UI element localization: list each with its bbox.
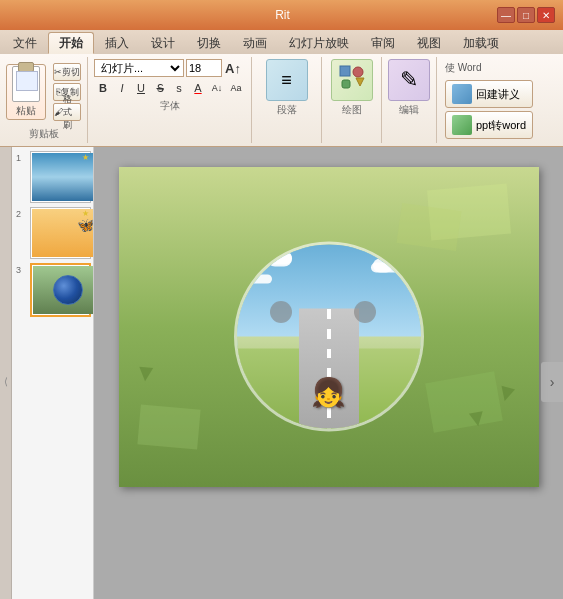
paragraph-icon: ≡ <box>281 70 292 91</box>
field-left <box>237 349 302 429</box>
slide-num-2: 2 <box>16 209 21 219</box>
clipboard-group: 粘贴 ✂ 剪切 ⎘ 复制 🖌 格式刷 剪贴 <box>0 57 88 143</box>
tab-slideshow[interactable]: 幻灯片放映 <box>278 32 360 54</box>
tab-animations[interactable]: 动画 <box>232 32 278 54</box>
tab-transitions[interactable]: 切换 <box>186 32 232 54</box>
handout-label: 回建讲义 <box>476 87 520 102</box>
cloud-4 <box>373 259 393 273</box>
decrease-font-button[interactable]: A↓ <box>208 79 226 97</box>
main-area: ⟨ 1 ★ 2 ★ 3 <box>0 147 563 599</box>
ppt-word-icon <box>452 115 472 135</box>
underline-button[interactable]: U <box>132 79 150 97</box>
next-arrow-icon: › <box>550 374 555 390</box>
handout-icon <box>452 84 472 104</box>
cloud-2 <box>267 251 292 267</box>
circle-image: 👧 <box>234 242 424 432</box>
ribbon-content: 粘贴 ✂ 剪切 ⎘ 复制 🖌 格式刷 剪贴 <box>0 54 563 146</box>
strikethrough-button[interactable]: S̶ <box>151 79 169 97</box>
extra-group: 使 Word 回建讲义 ppt转word <box>437 57 541 143</box>
editing-label: 编辑 <box>399 101 419 117</box>
slide-star-2: ★ <box>82 209 89 218</box>
girl-figure: 👧 <box>311 376 346 409</box>
slide-star-1: ★ <box>82 153 89 162</box>
paragraph-group: ≡ 段落 <box>252 57 322 143</box>
tab-home[interactable]: 开始 <box>48 32 94 54</box>
drawing-button[interactable] <box>331 59 373 101</box>
panel-collapse-handle[interactable]: ⟨ <box>0 147 12 599</box>
font-size-input[interactable] <box>186 59 222 77</box>
paste-label: 粘贴 <box>16 104 36 118</box>
cloud-5 <box>247 275 272 284</box>
drawing-label: 绘图 <box>342 101 362 117</box>
drawing-icon <box>338 64 366 96</box>
clipboard-label: 剪贴板 <box>29 125 59 141</box>
editing-icon: ✎ <box>400 67 418 93</box>
field-right <box>356 349 421 429</box>
tab-insert[interactable]: 插入 <box>94 32 140 54</box>
svg-rect-0 <box>340 66 350 76</box>
tab-file[interactable]: 文件 <box>2 32 48 54</box>
tab-design[interactable]: 设计 <box>140 32 186 54</box>
deco-rect-4 <box>137 404 200 449</box>
font-label: 字体 <box>160 97 180 113</box>
extra-group-content: 使 Word 回建讲义 ppt转word <box>445 61 533 139</box>
bold-button[interactable]: B <box>94 79 112 97</box>
ppt-to-word-button[interactable]: ppt转word <box>445 111 533 139</box>
tab-review[interactable]: 审阅 <box>360 32 406 54</box>
paragraph-label: 段落 <box>277 101 297 117</box>
ribbon: 文件 开始 插入 设计 切换 动画 幻灯片放映 审阅 视图 加载项 粘贴 ✂ <box>0 30 563 147</box>
canvas-area: ▼ ▼ ▼ <box>94 147 563 599</box>
create-handout-button[interactable]: 回建讲义 <box>445 80 533 108</box>
selection-dot-1 <box>270 301 292 323</box>
close-button[interactable]: ✕ <box>537 7 555 23</box>
slide-thumbnail-1[interactable]: 1 ★ <box>30 151 91 203</box>
next-slide-arrow[interactable]: › <box>541 362 563 402</box>
thumb3-image <box>33 266 94 314</box>
maximize-button[interactable]: □ <box>517 7 535 23</box>
slide-canvas[interactable]: ▼ ▼ ▼ <box>119 167 539 487</box>
thumb3-circle <box>53 275 83 305</box>
extra-label: 使 Word <box>445 61 482 75</box>
title-bar: Rit — □ ✕ <box>0 0 563 30</box>
selection-dot-2 <box>354 301 376 323</box>
ribbon-tabs: 文件 开始 插入 设计 切换 动画 幻灯片放映 审阅 视图 加载项 <box>0 30 563 54</box>
font-group: 幻灯片... A↑ B I U S̶ s A A↓ Aa 字体 <box>88 57 252 143</box>
paste-button[interactable]: 粘贴 <box>6 64 46 120</box>
font-color-button[interactable]: A <box>189 79 207 97</box>
ppt-word-label: ppt转word <box>476 118 526 133</box>
drawing-group: 绘图 <box>322 57 382 143</box>
paragraph-button[interactable]: ≡ <box>266 59 308 101</box>
format-painter-icon: 🖌 <box>54 107 63 117</box>
shadow-button[interactable]: s <box>170 79 188 97</box>
tab-addins[interactable]: 加载项 <box>452 32 510 54</box>
slide-thumbnail-2[interactable]: 2 ★ <box>30 207 91 259</box>
font-format-row: B I U S̶ s A A↓ Aa <box>94 79 245 97</box>
arrow-deco-3: ▼ <box>132 358 158 388</box>
clipboard-small-buttons: ✂ 剪切 ⎘ 复制 🖌 格式刷 <box>53 63 81 121</box>
cut-label: 剪切 <box>62 66 80 79</box>
clear-format-button[interactable]: Aa <box>227 79 245 97</box>
svg-point-1 <box>353 67 363 77</box>
deco-rect-3 <box>425 371 503 432</box>
italic-button[interactable]: I <box>113 79 131 97</box>
paste-icon <box>12 66 40 102</box>
font-group-inner: 幻灯片... A↑ B I U S̶ s A A↓ Aa <box>94 59 245 97</box>
format-painter-label: 格式刷 <box>63 93 80 132</box>
font-name-select[interactable]: 幻灯片... <box>94 59 184 77</box>
svg-rect-2 <box>342 80 350 88</box>
cut-button[interactable]: ✂ 剪切 <box>53 63 81 81</box>
slide-thumbnail-3[interactable]: 3 <box>30 263 91 317</box>
circle-bg: 👧 <box>237 245 421 429</box>
arrow-deco-2: ▼ <box>462 402 490 434</box>
minimize-button[interactable]: — <box>497 7 515 23</box>
format-painter-button[interactable]: 🖌 格式刷 <box>53 103 81 121</box>
slide-thumb-3[interactable] <box>30 263 91 317</box>
tab-view[interactable]: 视图 <box>406 32 452 54</box>
cut-icon: ✂ <box>54 67 62 77</box>
slide-num-1: 1 <box>16 153 21 163</box>
slide-num-3: 3 <box>16 265 21 275</box>
increase-font-button[interactable]: A↑ <box>224 59 242 77</box>
editing-button[interactable]: ✎ <box>388 59 430 101</box>
editing-group: ✎ 编辑 <box>382 57 437 143</box>
road <box>299 309 359 429</box>
